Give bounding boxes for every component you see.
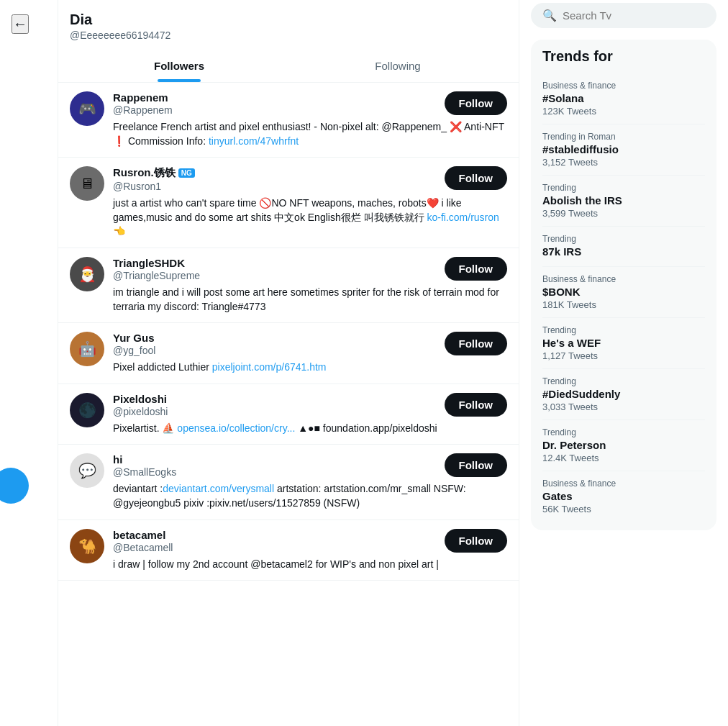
trend-item[interactable]: TrendingHe's a WEF1,127 Tweets [542, 318, 705, 369]
user-name: hi [113, 453, 439, 466]
right-sidebar: 🔍 Trends for Business & finance#Solana12… [519, 0, 728, 726]
user-name: betacamel [113, 529, 439, 541]
follower-card: 💬hi @SmallEogksFollowdeviantart :deviant… [58, 445, 519, 519]
trend-item[interactable]: Trending in Roman#stablediffusio3,152 Tw… [542, 124, 705, 176]
user-bio: Pixel addicted Luthier pixeljoint.com/p/… [113, 360, 507, 375]
avatar: 🐪 [70, 529, 104, 563]
card-body: Yur Gus @yg_foolFollowPixel addicted Lut… [113, 332, 507, 375]
user-handle: @TriangleSupreme [113, 270, 439, 281]
trend-count: 123K Tweets [542, 106, 705, 117]
back-button[interactable]: ← [12, 14, 29, 34]
trend-count: 3,152 Tweets [542, 157, 705, 168]
trend-name: He's a WEF [542, 337, 705, 349]
trend-category: Trending [542, 325, 705, 335]
user-handle: @Rusron1 [113, 181, 439, 192]
trend-count: 3,599 Tweets [542, 208, 705, 219]
card-body: Rappenem @RappenemFollowFreelance French… [113, 91, 507, 148]
trend-category: Business & finance [542, 478, 705, 489]
follower-card: 🖥Rusron.锈铁 NG@Rusron1Followjust a artist… [58, 158, 519, 248]
search-bar[interactable]: 🔍 [531, 3, 716, 28]
user-handle: @Betacamell [113, 542, 439, 553]
user-handle: @yg_fool [113, 345, 439, 356]
trend-category: Trending in Roman [542, 132, 705, 142]
search-icon: 🔍 [542, 9, 557, 22]
card-body: hi @SmallEogksFollowdeviantart :devianta… [113, 453, 507, 510]
trend-count: 56K Tweets [542, 504, 705, 514]
trend-item[interactable]: TrendingAbolish the IRS3,599 Tweets [542, 176, 705, 227]
trend-category: Trending [542, 183, 705, 193]
trend-item[interactable]: TrendingDr. Peterson12.4K Tweets [542, 420, 705, 471]
avatar: 🎅 [70, 257, 104, 291]
trend-name: $BONK [542, 286, 705, 298]
bio-link[interactable]: tinyurl.com/47whrfnt [209, 135, 299, 147]
user-bio: i draw | follow my 2nd account @betacame… [113, 558, 507, 572]
follow-button[interactable]: Follow [445, 393, 508, 417]
tabs: Followers Following [70, 50, 507, 82]
follower-card: 🎮Rappenem @RappenemFollowFreelance Frenc… [58, 83, 519, 158]
user-bio: im triangle and i will post some art her… [113, 286, 507, 314]
trend-item[interactable]: Business & financeGates56K Tweets [542, 471, 705, 522]
trend-name: Gates [542, 490, 705, 502]
trend-name: Abolish the IRS [542, 194, 705, 207]
user-bio: Pixelartist. ⛵ opensea.io/collection/cry… [113, 422, 507, 436]
bio-link[interactable]: ko-fi.com/rusron [427, 212, 499, 223]
search-input[interactable] [563, 9, 705, 22]
trend-item[interactable]: Business & finance#Solana123K Tweets [542, 73, 705, 124]
card-body: Pixeldoshi @pixeldoshiFollowPixelartist.… [113, 393, 507, 436]
follow-button[interactable]: Follow [445, 91, 508, 115]
trends-list: Business & finance#Solana123K TweetsTren… [542, 73, 705, 522]
tab-following[interactable]: Following [288, 50, 507, 82]
follower-card: 🐪betacamel @BetacamellFollowi draw | fol… [58, 520, 519, 581]
trend-count: 1,127 Tweets [542, 350, 705, 361]
trend-count: 181K Tweets [542, 299, 705, 310]
badge: NG [178, 168, 195, 178]
trend-category: Trending [542, 427, 705, 437]
user-name: Pixeldoshi [113, 393, 439, 405]
follower-card: 🎅TriangleSHDK @TriangleSupremeFollowim t… [58, 248, 519, 323]
card-body: Rusron.锈铁 NG@Rusron1Followjust a artist … [113, 166, 507, 239]
avatar: 🎮 [70, 91, 104, 126]
trend-count: 3,033 Tweets [542, 401, 705, 412]
user-bio: just a artist who can't spare time 🚫NO N… [113, 196, 507, 239]
trend-item[interactable]: Trending#DiedSuddenly3,033 Tweets [542, 369, 705, 420]
main-content: Dia @Eeeeeeee66194472 Followers Followin… [58, 0, 519, 726]
user-bio: Freelance French artist and pixel enthus… [113, 120, 507, 148]
bio-link[interactable]: pixeljoint.com/p/6741.htm [212, 361, 327, 373]
user-name: Rappenem [113, 91, 439, 104]
user-name: Yur Gus [113, 332, 439, 344]
avatar: 🖥 [70, 166, 104, 201]
trend-category: Business & finance [542, 274, 705, 284]
trends-title: Trends for [542, 48, 705, 65]
avatar: 🤖 [70, 332, 104, 366]
bio-link[interactable]: deviantart.com/verysmall [163, 483, 274, 494]
follow-button[interactable]: Follow [445, 453, 508, 477]
follow-button[interactable]: Follow [445, 332, 508, 355]
trend-name: #stablediffusio [542, 143, 705, 155]
profile-name: Dia [70, 12, 507, 28]
follow-button[interactable]: Follow [445, 166, 508, 190]
avatar: 💬 [70, 453, 104, 488]
user-name: TriangleSHDK [113, 257, 439, 269]
trend-item[interactable]: Trending87k IRS [542, 227, 705, 267]
left-sidebar: ← [0, 0, 58, 726]
trend-item[interactable]: Business & finance$BONK181K Tweets [542, 267, 705, 318]
card-body: betacamel @BetacamellFollowi draw | foll… [113, 529, 507, 572]
follower-card: 🤖Yur Gus @yg_foolFollowPixel addicted Lu… [58, 323, 519, 384]
user-bio: deviantart :deviantart.com/verysmall art… [113, 482, 507, 510]
trend-category: Trending [542, 234, 705, 244]
user-handle: @SmallEogks [113, 466, 439, 478]
tab-followers[interactable]: Followers [70, 50, 288, 82]
card-body: TriangleSHDK @TriangleSupremeFollowim tr… [113, 257, 507, 314]
trend-name: Dr. Peterson [542, 439, 705, 451]
user-handle: @Rappenem [113, 104, 439, 116]
trend-name: #DiedSuddenly [542, 388, 705, 400]
trend-category: Trending [542, 376, 705, 386]
bio-link[interactable]: opensea.io/collection/cry... [177, 422, 295, 434]
blue-circle-decoration [0, 468, 29, 504]
trend-category: Business & finance [542, 81, 705, 91]
follow-button[interactable]: Follow [445, 529, 508, 553]
profile-header: Dia @Eeeeeeee66194472 Followers Followin… [58, 0, 519, 83]
trend-name: 87k IRS [542, 245, 705, 258]
follow-button[interactable]: Follow [445, 257, 508, 281]
user-handle: @pixeldoshi [113, 406, 439, 417]
